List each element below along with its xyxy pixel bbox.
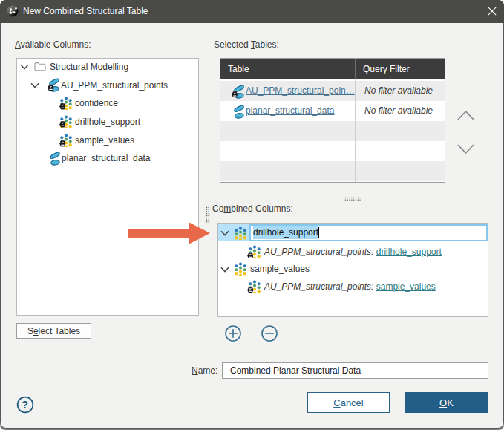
svg-text:?: ? [22, 399, 28, 411]
